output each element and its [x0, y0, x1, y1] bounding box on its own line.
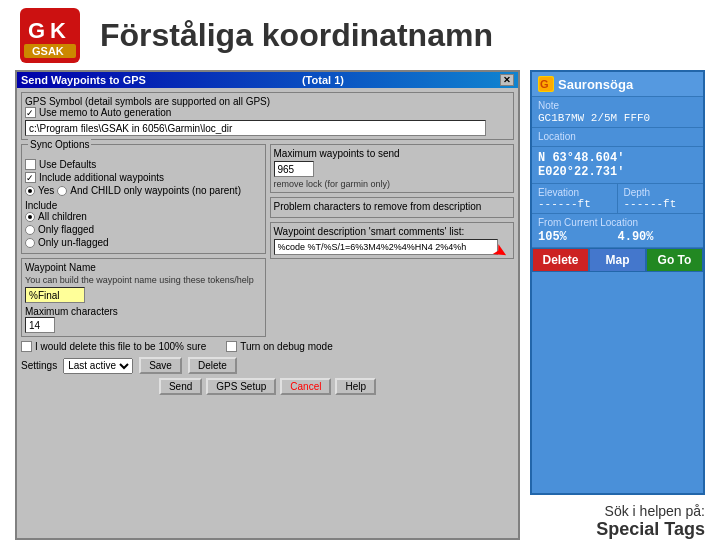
- dialog-close-button[interactable]: ✕: [500, 74, 514, 86]
- coordinates-box: N 63°48.604' E020°22.731': [532, 147, 703, 184]
- debug-mode-row: Turn on debug mode: [226, 341, 332, 352]
- sync-options-label: Sync Options: [28, 139, 91, 150]
- settings-select[interactable]: Last active: [63, 358, 133, 374]
- use-memo-checkbox-row[interactable]: Use memo to Auto generation: [25, 107, 510, 118]
- gsak-logo: G K GSAK: [20, 8, 80, 63]
- use-defaults-checkbox[interactable]: [25, 159, 36, 170]
- settings-delete-button[interactable]: Delete: [188, 357, 237, 374]
- max-chars-input[interactable]: [25, 317, 55, 333]
- bottom-checkboxes: I would delete this file to be 100% sure…: [21, 341, 514, 354]
- and-child-label: And CHILD only waypoints (no parent): [70, 185, 241, 196]
- sync-options-column: Sync Options Use Defaults Include additi…: [21, 144, 266, 337]
- from-location-values: 105% 4.90%: [538, 230, 697, 244]
- delete-file-checkbox[interactable]: [21, 341, 32, 352]
- map-button[interactable]: Map: [589, 248, 646, 272]
- page-header: G K GSAK Förståliga koordinatnamn: [0, 0, 720, 70]
- token-input[interactable]: [25, 287, 85, 303]
- elevation-label: Elevation: [538, 187, 611, 198]
- use-defaults-row: Use Defaults: [25, 159, 262, 170]
- gps-setup-button[interactable]: GPS Setup: [206, 378, 276, 395]
- from-location-section: From Current Location 105% 4.90%: [532, 214, 703, 248]
- page-title: Förståliga koordinatnamn: [100, 17, 493, 54]
- note-field: Note GC1B7MW 2/5M FFF0: [532, 97, 703, 128]
- bottom-right-text: Sök i helpen på: Special Tags: [530, 503, 705, 540]
- coord-n: N 63°48.604': [538, 151, 697, 165]
- waypoint-name-group: Waypoint Name You can build the waypoint…: [21, 258, 266, 337]
- gps-symbol-label: GPS Symbol (detail symbols are supported…: [25, 96, 510, 107]
- use-memo-label: Use memo to Auto generation: [39, 107, 171, 118]
- settings-row: Settings Last active Save Delete: [21, 357, 514, 374]
- location-label: Location: [538, 131, 697, 142]
- only-flagged-label: Only flagged: [38, 224, 94, 235]
- two-col-section: Sync Options Use Defaults Include additi…: [21, 144, 514, 337]
- problem-chars-group: Problem characters to remove from descri…: [270, 197, 515, 218]
- name-hint: You can build the waypoint name using th…: [25, 275, 262, 285]
- elevation-value: ------ft: [538, 198, 611, 210]
- delete-button[interactable]: Delete: [532, 248, 589, 272]
- radio-only-unflagged[interactable]: [25, 238, 35, 248]
- distance-value: 105%: [538, 230, 618, 244]
- depth-value: ------ft: [624, 198, 698, 210]
- waypoint-desc-label: Waypoint description 'smart comments' li…: [274, 226, 511, 237]
- cache-info-card: G Sauronsöga Note GC1B7MW 2/5M FFF0 Loca…: [530, 70, 705, 495]
- delete-file-row: I would delete this file to be 100% sure: [21, 341, 206, 352]
- bearing-value: 4.90%: [618, 230, 698, 244]
- dialog-titlebar: Send Waypoints to GPS (Total 1) ✕: [17, 72, 518, 88]
- help-button[interactable]: Help: [335, 378, 376, 395]
- include-label: Include: [25, 200, 262, 211]
- radio-unflagged: Only un-flagged: [25, 237, 262, 248]
- from-location-label: From Current Location: [538, 217, 697, 228]
- waypoint-desc-input[interactable]: [274, 239, 499, 255]
- total-info: (Total 1): [302, 74, 344, 86]
- use-memo-checkbox[interactable]: [25, 107, 36, 118]
- special-tags-label: Special Tags: [530, 519, 705, 540]
- bottom-action-buttons: Send GPS Setup Cancel Help: [21, 378, 514, 395]
- right-panel: G Sauronsöga Note GC1B7MW 2/5M FFF0 Loca…: [530, 70, 705, 540]
- yes-row: Yes And CHILD only waypoints (no parent): [25, 185, 262, 196]
- depth-col: Depth ------ft: [618, 184, 704, 213]
- waypoint-name-label: Waypoint Name: [25, 262, 262, 273]
- settings-label: Settings: [21, 360, 57, 371]
- yes-radio[interactable]: [25, 186, 35, 196]
- use-defaults-label: Use Defaults: [39, 159, 96, 170]
- radio-all-children[interactable]: [25, 212, 35, 222]
- sync-options-group: Sync Options Use Defaults Include additi…: [21, 144, 266, 254]
- remove-lock-label: remove lock (for garmin only): [274, 179, 511, 189]
- radio-all: All children: [25, 211, 262, 222]
- gps-dialog: Send Waypoints to GPS (Total 1) ✕ GPS Sy…: [15, 70, 520, 540]
- svg-text:GSAK: GSAK: [32, 45, 64, 57]
- problem-label: Problem characters to remove from descri…: [274, 201, 511, 212]
- cache-header: G Sauronsöga: [532, 72, 703, 97]
- svg-text:K: K: [50, 18, 66, 43]
- and-child-radio[interactable]: [57, 186, 67, 196]
- waypoint-desc-group: Waypoint description 'smart comments' li…: [270, 222, 515, 259]
- delete-file-label: I would delete this file to be 100% sure: [35, 341, 206, 352]
- file-path-input[interactable]: [25, 120, 486, 136]
- radio-only-flagged[interactable]: [25, 225, 35, 235]
- svg-text:G: G: [28, 18, 45, 43]
- sok-label: Sök i helpen på:: [530, 503, 705, 519]
- elevation-col: Elevation ------ft: [532, 184, 618, 213]
- include-additional-row: Include additional waypoints: [25, 172, 262, 183]
- goto-button[interactable]: Go To: [646, 248, 703, 272]
- debug-label: Turn on debug mode: [240, 341, 332, 352]
- svg-text:G: G: [540, 78, 549, 90]
- note-label: Note: [538, 100, 697, 111]
- radio-flagged: Only flagged: [25, 224, 262, 235]
- include-additional-checkbox[interactable]: [25, 172, 36, 183]
- settings-save-button[interactable]: Save: [139, 357, 182, 374]
- cancel-button[interactable]: Cancel: [280, 378, 331, 395]
- include-additional-label: Include additional waypoints: [39, 172, 164, 183]
- max-waypoints-group: Maximum waypoints to send remove lock (f…: [270, 144, 515, 193]
- action-buttons: Delete Map Go To: [532, 248, 703, 272]
- send-button[interactable]: Send: [159, 378, 202, 395]
- cache-name: Sauronsöga: [558, 77, 633, 92]
- gps-symbol-section: GPS Symbol (detail symbols are supported…: [21, 92, 514, 140]
- max-chars-label: Maximum characters: [25, 306, 262, 317]
- only-unflagged-label: Only un-flagged: [38, 237, 109, 248]
- max-waypoints-input[interactable]: [274, 161, 314, 177]
- gc-code: GC1B7MW 2/5M FFF0: [538, 112, 697, 124]
- debug-checkbox[interactable]: [226, 341, 237, 352]
- right-column: Maximum waypoints to send remove lock (f…: [270, 144, 515, 337]
- all-children-label: All children: [38, 211, 87, 222]
